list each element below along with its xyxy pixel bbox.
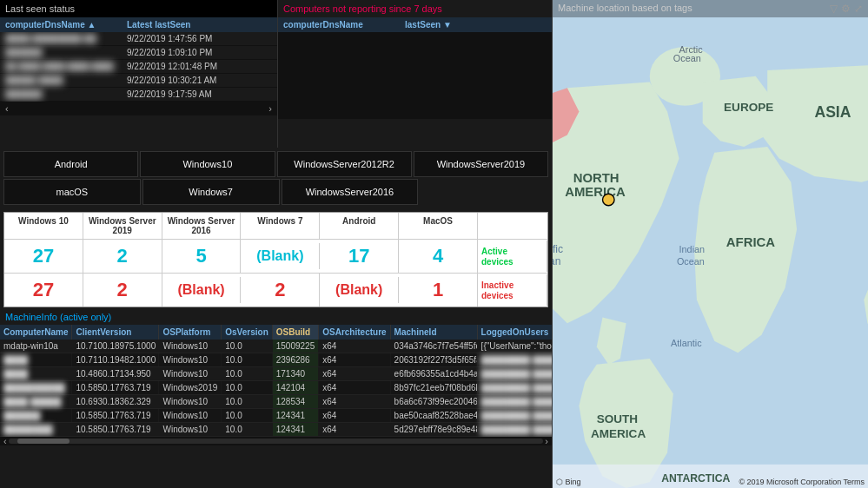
stats-header-macos: MacOS (399, 213, 478, 239)
table-cell: b6a6c673f99ec20046306fbef5fe4fbe74ab1032 (390, 395, 477, 409)
table-cell: 10.5850.17763.719 (72, 381, 159, 395)
atlantic-ocean-label: Atlantic (671, 338, 702, 348)
inactive-android-count: (Blank) (320, 277, 399, 303)
os-btn-windows7[interactable]: Windows7 (142, 179, 280, 205)
stats-header-win-server2016: Windows Server 2016 (162, 213, 242, 239)
stats-grid: Windows 10 Windows Server 2019 Windows S… (3, 212, 548, 307)
table-cell: ████████ ████ ████████████ ████ ████████… (477, 423, 552, 437)
table-cell: ████████ ████ ████████████ ████ ████████… (477, 409, 552, 423)
os-btn-windowsserver2012r2[interactable]: WindowsServer2012R2 (277, 151, 412, 177)
horizontal-scrollbar[interactable]: ‹ › (0, 437, 552, 445)
last-seen-table-body[interactable]: ████ ████████ ██ 9/22/2019 1:47:56 PM ██… (0, 32, 277, 102)
table-cell: bae50caaf82528bae47b06413987853a8f3052b6 (390, 409, 477, 423)
map-pin-north-america (603, 194, 615, 206)
os-btn-windowsserver2016[interactable]: WindowsServer2016 (282, 179, 419, 205)
row-computer-name: ██████ (5, 48, 127, 57)
col-latest-lastseen: Latest lastSeen (127, 20, 272, 30)
table-cell: 10.0 (222, 381, 272, 395)
top-section: Last seen status computerDnsName ▲ Lates… (0, 0, 552, 148)
machine-info-table-header-row: ComputerName ClientVersion OSPlatform Os… (0, 325, 552, 340)
table-cell: ████████ ████ ████████████ ████ ████████… (477, 395, 552, 409)
row-date: 9/22/2019 12:01:48 PM (127, 62, 272, 71)
asia-label: ASIA (814, 103, 851, 121)
active-label-cell: Activedevices (478, 241, 547, 272)
table-row: mdatp-win10a10.7100.18975.1000Windows101… (0, 340, 552, 353)
not-reporting-title: Computers not reporting since 7 days (283, 3, 442, 14)
europe-label: EUROPE (724, 101, 773, 114)
not-reporting-panel: Computers not reporting since 7 days com… (278, 0, 552, 148)
machine-table-body: mdatp-win10a10.7100.18975.1000Windows101… (0, 340, 552, 437)
th-os-arch: OSArchitecture (319, 325, 390, 340)
table-row: ████ █████10.6930.18362.329Windows1010.0… (0, 395, 552, 409)
table-cell: x64 (319, 395, 390, 409)
table-cell: 5d297ebff78e9c89e48882c2ded0458a7bc80cdf (390, 423, 477, 437)
inactive-label-cell: Inactivedevices (478, 274, 547, 306)
row-date: 9/22/2019 9:17:59 AM (127, 89, 272, 99)
os-btn-macos[interactable]: macOS (3, 179, 141, 205)
indian-ocean-label: Indian (679, 244, 706, 254)
table-cell: 15009225 (272, 340, 319, 353)
table-cell: ████████ ████ ████████████ ████ ████████… (477, 381, 552, 395)
scroll-track[interactable] (9, 439, 544, 444)
table-cell: 142104 (272, 381, 319, 395)
table-row: ████████10.5850.17763.719Windows1010.012… (0, 423, 552, 437)
map-icons: ▽ ⚙ ⤢ (830, 3, 863, 15)
os-btn-windows10[interactable]: Windows10 (140, 151, 275, 177)
table-cell: 124341 (272, 409, 319, 423)
table-cell: 10.4860.17134.950 (72, 367, 159, 381)
last-seen-table-header: computerDnsName ▲ Latest lastSeen (0, 17, 277, 32)
scroll-thumb[interactable] (17, 439, 70, 444)
south-america-label: SOUTH (597, 412, 638, 425)
os-btn-windowsserver2019[interactable]: WindowsServer2019 (414, 151, 548, 177)
scroll-right-arrow[interactable]: › (543, 436, 550, 446)
active-win7-count: (Blank) (241, 243, 320, 269)
table-cell: ████████ ████ ████████████ ████ ████████… (477, 353, 552, 367)
last-seen-panel: Last seen status computerDnsName ▲ Lates… (0, 0, 278, 148)
table-cell: x64 (319, 340, 390, 353)
table-cell: x64 (319, 353, 390, 367)
machine-info-header: MachineInfo (active only) (0, 309, 552, 325)
not-reporting-table-body[interactable] (278, 32, 552, 119)
os-btn-android[interactable]: Android (3, 151, 138, 177)
filter-icon[interactable]: ▽ (830, 3, 838, 15)
not-reporting-header: Computers not reporting since 7 days (278, 0, 552, 17)
map-container: Arctic Ocean NORTH AMERICA SOUTH AMERICA… (553, 17, 868, 488)
scroll-left-arrow[interactable]: ‹ (2, 436, 9, 446)
th-logged-users: LoggedOnUsers (477, 325, 552, 340)
stats-header-win-server2019: Windows Server 2019 (83, 213, 162, 239)
table-cell: x64 (319, 423, 390, 437)
settings-icon[interactable]: ⚙ (841, 3, 851, 15)
row-computer-name: ██████ (5, 89, 127, 99)
scroll-left-btn[interactable]: ‹ (5, 103, 9, 114)
col-lastseen-2: lastSeen ▼ (405, 20, 547, 30)
table-cell: 171340 (272, 367, 319, 381)
table-cell: 124341 (272, 423, 319, 437)
table-cell: 10.0 (222, 367, 272, 381)
table-cell: ████ (0, 353, 72, 367)
table-cell: Windows2019 (159, 381, 222, 395)
table-row: ████ ████████ ██ 9/22/2019 1:47:56 PM (0, 32, 277, 46)
table-cell: ████ (0, 367, 72, 381)
stats-header-android: Android (320, 213, 399, 239)
inactive-win10-count: 27 (4, 274, 83, 307)
arctic-ocean-label2: Ocean (673, 53, 701, 63)
col-computer-dns: computerDnsName ▲ (5, 20, 127, 30)
table-cell: 10.7100.18975.1000 (72, 340, 159, 353)
scroll-right-btn[interactable]: › (268, 103, 272, 114)
active-win-server2019-count: 2 (83, 240, 162, 273)
inactive-macos-count: 1 (399, 274, 478, 307)
table-cell: 10.5850.17763.719 (72, 423, 159, 437)
table-cell: Windows10 (159, 409, 222, 423)
north-america-label: NORTH (573, 171, 620, 185)
last-seen-title: Last seen status (5, 3, 75, 14)
os-buttons-section: Android Windows10 WindowsServer2012R2 Wi… (0, 148, 552, 210)
table-cell: 10.0 (222, 395, 272, 409)
expand-icon[interactable]: ⤢ (854, 3, 863, 15)
row-computer-name: ██ ████ ████ ████ ████ (5, 62, 127, 71)
table-row: ████10.7110.19482.1000Windows1010.023962… (0, 353, 552, 367)
table-cell: 10.0 (222, 353, 272, 367)
table-cell: 2063192f227f3d5f65fadfbb14d72845419a18b4 (390, 353, 477, 367)
map-panel: Machine location based on tags ▽ ⚙ ⤢ (553, 0, 868, 488)
active-win10-count: 27 (4, 240, 83, 273)
machine-info-table-scroll[interactable]: ComputerName ClientVersion OSPlatform Os… (0, 325, 552, 437)
